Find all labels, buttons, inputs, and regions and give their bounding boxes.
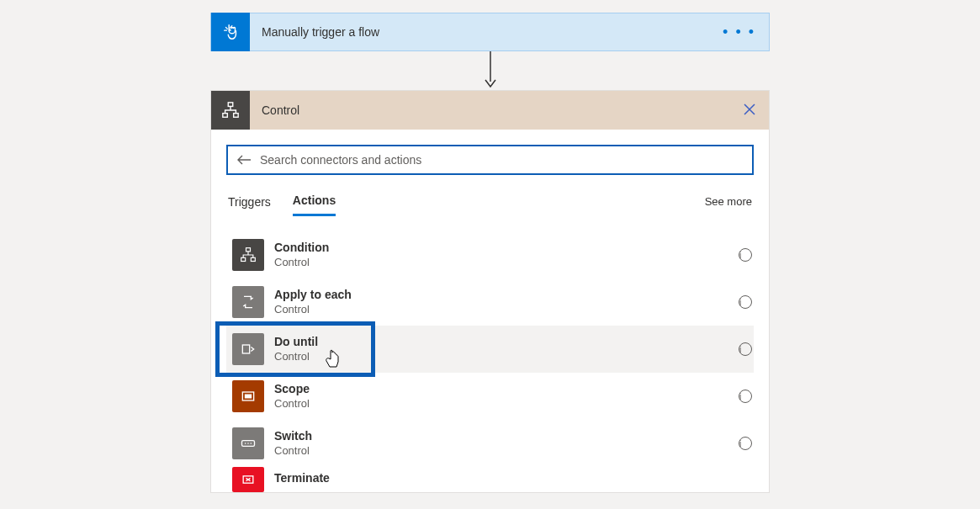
search-box[interactable] xyxy=(226,145,754,175)
action-condition[interactable]: Condition Control i xyxy=(226,231,754,278)
action-sub: Control xyxy=(274,397,310,411)
control-panel: Control Triggers Actions See more xyxy=(210,90,770,493)
control-title: Control xyxy=(250,103,299,117)
action-name: Terminate xyxy=(274,470,330,485)
info-icon[interactable]: i xyxy=(739,295,752,309)
svg-rect-4 xyxy=(246,248,251,252)
condition-icon xyxy=(232,239,264,271)
panel-body: Triggers Actions See more Condition Cont… xyxy=(211,130,769,492)
svg-rect-9 xyxy=(245,395,252,399)
apply-each-icon xyxy=(232,286,264,318)
info-icon[interactable]: i xyxy=(739,390,752,403)
action-name: Do until xyxy=(274,334,318,349)
switch-icon xyxy=(232,427,264,459)
search-input[interactable] xyxy=(260,153,744,167)
control-header[interactable]: Control xyxy=(211,91,769,130)
svg-rect-5 xyxy=(241,257,246,261)
action-sub: Control xyxy=(274,350,318,364)
svg-point-12 xyxy=(247,443,249,444)
do-until-icon xyxy=(232,333,264,365)
trigger-title: Manually trigger a flow xyxy=(250,25,379,39)
action-terminate[interactable]: Terminate xyxy=(226,467,754,492)
action-sub: Control xyxy=(274,256,329,270)
back-arrow-icon[interactable] xyxy=(236,154,252,166)
trigger-menu-icon[interactable]: • • • xyxy=(723,24,769,41)
flow-arrow xyxy=(482,51,499,90)
close-icon[interactable] xyxy=(744,103,769,118)
tabs-row: Triggers Actions See more xyxy=(226,187,754,216)
action-name: Switch xyxy=(274,428,312,443)
svg-rect-2 xyxy=(223,114,228,118)
svg-rect-6 xyxy=(251,257,255,261)
cursor-icon xyxy=(325,349,342,369)
info-icon[interactable]: i xyxy=(739,248,752,262)
action-list: Condition Control i Apply to each Contro… xyxy=(226,231,754,492)
action-do-until[interactable]: Do until Control i xyxy=(226,326,754,373)
info-icon[interactable]: i xyxy=(739,437,752,450)
trigger-card[interactable]: Manually trigger a flow • • • xyxy=(210,13,770,51)
tab-triggers[interactable]: Triggers xyxy=(228,188,271,215)
action-apply-to-each[interactable]: Apply to each Control i xyxy=(226,278,754,326)
svg-point-13 xyxy=(251,443,252,444)
info-icon[interactable]: i xyxy=(739,342,752,356)
action-name: Condition xyxy=(274,240,329,255)
action-sub: Control xyxy=(274,444,312,459)
action-name: Scope xyxy=(274,381,310,396)
terminate-icon xyxy=(232,467,264,492)
control-icon xyxy=(211,91,250,130)
svg-rect-3 xyxy=(234,114,239,118)
action-switch[interactable]: Switch Control i xyxy=(226,420,754,467)
action-sub: Control xyxy=(274,303,352,317)
manual-trigger-icon xyxy=(211,13,250,51)
svg-rect-1 xyxy=(228,103,233,107)
tab-actions[interactable]: Actions xyxy=(293,187,336,216)
see-more-link[interactable]: See more xyxy=(705,195,752,208)
svg-rect-7 xyxy=(242,345,249,353)
scope-icon xyxy=(232,380,264,412)
action-scope[interactable]: Scope Control i xyxy=(226,373,754,420)
action-name: Apply to each xyxy=(274,287,352,302)
svg-point-11 xyxy=(245,443,246,444)
